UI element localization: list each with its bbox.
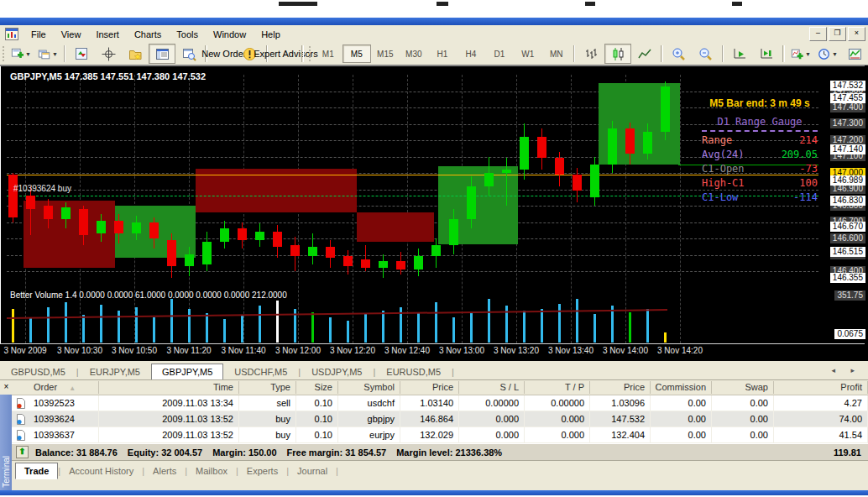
order-cell: 0.00	[712, 395, 774, 411]
order-cell: sell	[239, 395, 296, 411]
chart-tab-usdjpy-m5[interactable]: USDJPY,M5	[301, 364, 373, 379]
line-chart-button[interactable]	[631, 44, 658, 64]
candle-body	[537, 137, 546, 158]
new-order-button[interactable]: New Order	[210, 44, 237, 64]
indicators-button[interactable]: ▼	[787, 44, 814, 64]
orders-table-header: Order▲TimeTypeSizeSymbolPriceS / LT / PP…	[12, 380, 868, 395]
templates-button[interactable]	[841, 44, 868, 64]
order-buy-icon	[16, 430, 26, 441]
terminal-toggle-button[interactable]	[149, 44, 175, 64]
terminal-tab-alerts[interactable]: Alerts	[144, 463, 185, 479]
terminal-tab-trade[interactable]: Trade	[15, 463, 58, 479]
market-watch-button[interactable]	[68, 44, 95, 64]
column-header-t-p[interactable]: T / P	[525, 381, 590, 394]
zoom-out-button[interactable]	[693, 44, 719, 64]
auto-scroll-icon	[733, 47, 747, 61]
candlestick-button[interactable]	[604, 44, 631, 64]
terminal-panel: × Terminal Order▲TimeTypeSizeSymbolPrice…	[0, 379, 868, 491]
new-chart-icon	[11, 47, 24, 61]
order-cell: 146.864	[400, 411, 459, 426]
zoom-in-icon	[672, 47, 686, 61]
menu-charts[interactable]: Charts	[127, 28, 169, 41]
new-chart-button[interactable]: ▼	[8, 44, 34, 64]
expert-advisors-button[interactable]: Expert Advisors	[270, 44, 299, 64]
chart-window[interactable]: GBPJPY,M5 147.385 147.551 147.380 147.53…	[0, 65, 868, 362]
app-icon	[5, 28, 18, 40]
candle-body	[149, 222, 159, 238]
periods-button[interactable]: ▼	[814, 44, 841, 64]
column-header-price[interactable]: Price	[590, 381, 651, 394]
order-cell: eurjpy	[338, 427, 400, 442]
chart-shift-button[interactable]	[753, 44, 780, 64]
column-header-time[interactable]: Time	[99, 381, 239, 394]
restore-button[interactable]: ❐	[829, 27, 846, 41]
timeframe-m1[interactable]: M1	[314, 44, 342, 63]
chart-tab-eurjpy-m5[interactable]: EURJPY,M5	[79, 364, 151, 379]
order-cell: gbpjpy	[338, 411, 400, 426]
tab-scroll-arrows[interactable]: ◂ ▸	[831, 366, 861, 374]
column-header-type[interactable]: Type	[239, 381, 296, 394]
timeframe-d1[interactable]: D1	[485, 44, 514, 63]
order-cell: 132.029	[400, 427, 459, 442]
candle-body	[449, 219, 458, 245]
navigator-button[interactable]	[122, 44, 149, 64]
chart-tab-gbpusd-m5[interactable]: GBPUSD,M5	[0, 364, 76, 379]
terminal-tab-journal[interactable]: Journal	[289, 463, 336, 479]
timeframe-mn[interactable]: MN	[542, 44, 571, 63]
volume-bar	[664, 332, 667, 343]
column-header-commission[interactable]: Commission	[651, 381, 712, 394]
volume-indicator-label: Better Volume 1.4 0.0000 0.0000 61.0000 …	[10, 290, 287, 300]
column-header-order[interactable]: Order▲	[12, 381, 99, 394]
menu-insert[interactable]: Insert	[88, 28, 127, 41]
chart-tab-usdchf-m5[interactable]: USDCHF,M5	[223, 364, 298, 379]
pane-separator[interactable]	[0, 65, 865, 66]
menu-view[interactable]: View	[54, 28, 89, 41]
candle-wick	[30, 186, 31, 235]
column-header-size[interactable]: Size	[296, 381, 338, 394]
candle-body	[396, 261, 405, 269]
balance-refresh-icon[interactable]: ⬆	[16, 446, 29, 458]
menu-tools[interactable]: Tools	[169, 28, 206, 41]
timeframe-h4[interactable]: H4	[457, 44, 485, 63]
menu-window[interactable]: Window	[206, 28, 254, 41]
volume-bar	[276, 301, 279, 343]
profiles-button[interactable]: ▼	[34, 44, 61, 64]
close-button[interactable]: ×	[848, 27, 865, 41]
timeframe-h1[interactable]: H1	[428, 44, 457, 63]
menu-help[interactable]: Help	[254, 28, 288, 41]
indicator-line	[7, 196, 818, 196]
terminal-tab-experts[interactable]: Experts	[238, 463, 286, 479]
candle-body	[343, 256, 353, 266]
crosshair-button[interactable]	[95, 44, 122, 64]
column-header-profit[interactable]: Profit	[774, 381, 868, 394]
timeframe-w1[interactable]: W1	[514, 44, 542, 63]
timeframe-m15[interactable]: M15	[371, 44, 400, 63]
zoom-in-button[interactable]	[666, 44, 693, 64]
timeframe-m5[interactable]: M5	[342, 44, 371, 63]
column-header-s-l[interactable]: S / L	[459, 381, 525, 394]
timeframe-m30[interactable]: M30	[400, 44, 428, 63]
column-header-swap[interactable]: Swap	[712, 381, 774, 394]
bar-chart-button[interactable]	[578, 44, 604, 64]
column-header-symbol[interactable]: Symbol	[338, 381, 400, 394]
chart-tab-gbpjpy-m5[interactable]: GBPJPY,M5	[151, 364, 223, 380]
terminal-tab-mailbox[interactable]: Mailbox	[187, 463, 236, 479]
menu-file[interactable]: File	[24, 28, 54, 41]
price-axis-label: 147.455	[830, 93, 865, 103]
order-row[interactable]: 103936242009.11.03 13:52buy0.10gbpjpy146…	[12, 411, 868, 427]
candle-body	[520, 137, 529, 170]
order-sell-icon	[16, 398, 26, 409]
strategy-tester-button[interactable]	[175, 44, 202, 64]
order-row[interactable]: 103925232009.11.03 13:34sell0.10usdchf1.…	[12, 395, 868, 411]
candle-body	[97, 221, 106, 233]
order-row[interactable]: 103936372009.11.03 13:52buy0.10eurjpy132…	[12, 427, 868, 443]
terminal-tab-account-history[interactable]: Account History	[60, 463, 142, 479]
terminal-close-button[interactable]: ×	[2, 383, 11, 392]
balance-item: Free margin: 31 854.57	[287, 447, 387, 458]
time-axis-label: 3 Nov 13:20	[487, 346, 546, 355]
minimize-button[interactable]: –	[809, 27, 827, 41]
chart-tab-eurusd-m5[interactable]: EURUSD,M5	[375, 364, 452, 379]
column-header-price[interactable]: Price	[400, 381, 459, 394]
order-cell: 4.27	[774, 395, 868, 411]
auto-scroll-button[interactable]	[726, 44, 753, 64]
